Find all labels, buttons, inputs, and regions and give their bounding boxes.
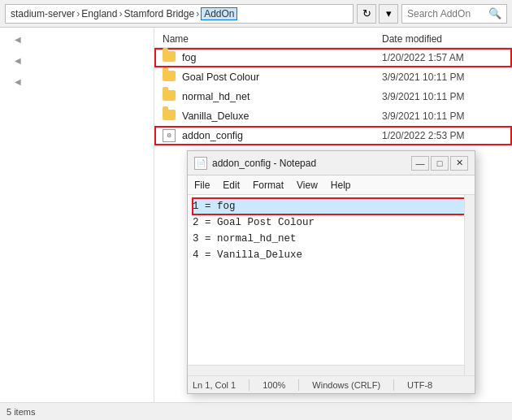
window-controls: — □ ✕	[411, 156, 468, 171]
menu-help[interactable]: Help	[328, 179, 354, 192]
col-name-header[interactable]: Name	[163, 33, 382, 45]
explorer-status-text: 5 items	[7, 407, 35, 417]
notepad-line-ending: Windows (CRLF)	[312, 380, 380, 390]
nav-arrow-1[interactable]: ◀	[15, 36, 154, 44]
address-bar: stadium-server › England › Stamford Brid…	[0, 0, 512, 28]
notepad-position: Ln 1, Col 1	[193, 380, 236, 390]
file-item-goal-post[interactable]: Goal Post Colour 3/9/2021 10:11 PM	[154, 67, 512, 87]
nav-arrow-2[interactable]: ◀	[15, 57, 154, 65]
notepad-zoom: 100%	[263, 380, 285, 390]
notepad-statusbar: Ln 1, Col 1 100% Windows (CRLF) UTF-8	[188, 375, 475, 393]
file-date-config: 1/20/2022 2:53 PM	[382, 130, 504, 141]
status-sep-1	[249, 379, 249, 391]
folder-icon-fog	[163, 51, 177, 64]
col-date-header: Date modified	[382, 33, 504, 45]
file-item-config[interactable]: ⚙ addon_config 1/20/2022 2:53 PM	[154, 126, 512, 145]
status-sep-2	[298, 379, 299, 391]
notepad-encoding: UTF-8	[407, 380, 432, 390]
menu-file[interactable]: File	[191, 179, 213, 192]
search-box[interactable]: 🔍	[401, 4, 507, 24]
breadcrumb-stadium-server[interactable]: stadium-server	[11, 8, 75, 19]
notepad-window: 📄 addon_config - Notepad — □ ✕ File Edit…	[187, 150, 475, 394]
breadcrumb-sep-1: ›	[76, 8, 80, 19]
file-list-header: Name Date modified	[154, 31, 512, 48]
search-input[interactable]	[407, 8, 485, 19]
breadcrumb-sep-2: ›	[119, 8, 122, 19]
maximize-button[interactable]: □	[431, 156, 449, 171]
notepad-titlebar: 📄 addon_config - Notepad — □ ✕	[188, 151, 475, 175]
file-item-fog[interactable]: fog 1/20/2022 1:57 AM	[154, 48, 512, 67]
file-date-goal: 3/9/2021 10:11 PM	[382, 71, 504, 83]
dropdown-button[interactable]: ▾	[379, 4, 398, 24]
folder-icon-normal	[163, 90, 177, 103]
status-sep-3	[393, 379, 394, 391]
notepad-line-4: 4 = Vanilla_Deluxe	[193, 247, 470, 263]
minimize-button[interactable]: —	[411, 156, 429, 171]
nav-arrow-3[interactable]: ◀	[15, 78, 154, 86]
file-date-fog: 1/20/2022 1:57 AM	[382, 52, 504, 63]
nav-pane: ◀ ◀ ◀	[0, 28, 154, 402]
close-button[interactable]: ✕	[450, 156, 468, 171]
file-name-vanilla: Vanilla_Deluxe	[182, 110, 382, 122]
menu-view[interactable]: View	[293, 179, 321, 192]
notepad-scrollbar-h[interactable]	[188, 365, 464, 375]
folder-icon-goal	[163, 71, 177, 84]
file-name-normal: normal_hd_net	[182, 91, 382, 102]
breadcrumb-england[interactable]: England	[81, 8, 117, 19]
breadcrumb-addon[interactable]: AddOn	[201, 7, 237, 20]
notepad-content[interactable]: 1 = fog 2 = Goal Post Colour 3 = normal_…	[188, 195, 475, 375]
breadcrumb[interactable]: stadium-server › England › Stamford Brid…	[5, 4, 354, 24]
notepad-title: addon_config - Notepad	[212, 158, 411, 169]
address-controls: ↻ ▾	[357, 4, 398, 24]
menu-format[interactable]: Format	[249, 179, 287, 192]
file-date-vanilla: 3/9/2021 10:11 PM	[382, 110, 504, 122]
folder-icon-vanilla	[163, 110, 177, 123]
notepad-line-2: 2 = Goal Post Colour	[193, 214, 470, 231]
file-name-fog: fog	[182, 52, 382, 63]
explorer-status-bar: 5 items	[0, 402, 512, 420]
file-name-config: addon_config	[182, 130, 382, 141]
menu-edit[interactable]: Edit	[219, 179, 243, 192]
notepad-line-3: 3 = normal_hd_net	[193, 231, 470, 247]
notepad-app-icon: 📄	[194, 157, 207, 170]
file-item-normal[interactable]: normal_hd_net 3/9/2021 10:11 PM	[154, 87, 512, 106]
search-icon: 🔍	[488, 7, 501, 19]
file-date-normal: 3/9/2021 10:11 PM	[382, 91, 504, 102]
notepad-menubar: File Edit Format View Help	[188, 175, 475, 195]
breadcrumb-sep-3: ›	[196, 8, 199, 19]
notepad-line-1: 1 = fog	[193, 198, 470, 214]
notepad-scrollbar-v[interactable]	[464, 195, 475, 375]
breadcrumb-stamford[interactable]: Stamford Bridge	[124, 8, 194, 19]
refresh-button[interactable]: ↻	[357, 4, 376, 24]
file-name-goal: Goal Post Colour	[182, 71, 382, 83]
file-item-vanilla[interactable]: Vanilla_Deluxe 3/9/2021 10:11 PM	[154, 106, 512, 126]
file-icon-config: ⚙	[163, 129, 177, 142]
